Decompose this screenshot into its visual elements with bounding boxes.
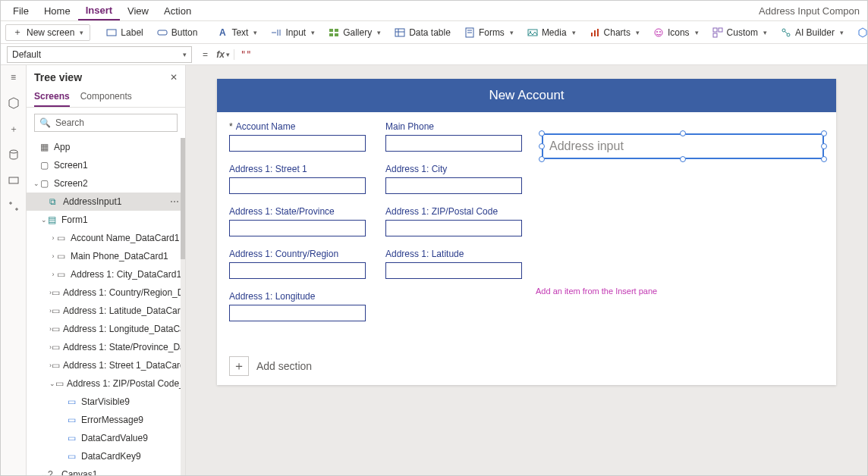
new-screen-button[interactable]: ＋ New screen ▾	[5, 24, 90, 41]
tree-label: AddressInput1	[63, 196, 121, 207]
expand-icon[interactable]: ›	[49, 234, 57, 242]
menu-view[interactable]: View	[120, 2, 156, 20]
field-label: Account Name	[236, 121, 296, 132]
media-button[interactable]: Media▾	[520, 24, 583, 41]
collapse-icon[interactable]: ⌄	[49, 380, 55, 387]
label-button[interactable]: Label	[99, 24, 149, 41]
svg-rect-22	[713, 33, 717, 37]
tree-label: Address 1: Longitude_DataCard1	[63, 324, 185, 334]
tree-node-datacardkey[interactable]: ▭DataCardKey9	[27, 447, 185, 465]
insert-pane-icon[interactable]: ＋	[6, 121, 21, 136]
address-input-component[interactable]: Address input	[542, 133, 824, 159]
icons-label: Icons	[668, 27, 690, 38]
tree-node-errormessage[interactable]: ▭ErrorMessage9	[27, 411, 185, 429]
resize-handle[interactable]	[539, 130, 545, 136]
resize-handle[interactable]	[821, 156, 827, 162]
resize-handle[interactable]	[680, 156, 686, 162]
button-button[interactable]: Button	[150, 24, 205, 41]
canvas[interactable]: New Account *Account Name Address 1: Str…	[217, 79, 836, 385]
hamburger-icon[interactable]: ≡	[6, 70, 21, 85]
gallery-button[interactable]: Gallery▾	[322, 24, 388, 41]
input-state[interactable]	[229, 220, 366, 236]
address-input-box[interactable]: Address input	[542, 133, 824, 159]
tree-node-card[interactable]: ⌄▭Address 1: ZIP/Postal Code_DataCard1	[27, 374, 185, 393]
tree-node-card[interactable]: ›▭Address 1: Longitude_DataCard1	[27, 320, 185, 338]
ai-label: AI Builder	[795, 27, 835, 38]
form-body: *Account Name Address 1: Street 1 Addres…	[217, 112, 836, 385]
tree-node-card[interactable]: ›▭Address 1: City_DataCard1	[27, 265, 185, 283]
icons-button[interactable]: Icons▾	[646, 24, 706, 41]
menu-insert[interactable]: Insert	[78, 2, 120, 20]
tree-node-starvisible[interactable]: ▭StarVisible9	[27, 393, 185, 411]
resize-handle[interactable]	[539, 156, 545, 162]
charts-label: Charts	[604, 27, 631, 38]
more-icon[interactable]: ⋯	[167, 196, 182, 207]
input-city[interactable]	[385, 177, 522, 194]
svg-rect-4	[329, 33, 333, 36]
input-latitude[interactable]	[385, 262, 522, 279]
field-label: Address 1: Latitude	[385, 249, 464, 259]
resize-handle[interactable]	[680, 130, 686, 136]
media-label: Media	[542, 27, 567, 38]
charts-button[interactable]: Charts▾	[583, 24, 646, 41]
input-accountname[interactable]	[229, 135, 366, 152]
tree-node-screen1[interactable]: ▢Screen1	[27, 156, 185, 174]
tree-node-form1[interactable]: ⌄▤Form1	[27, 211, 185, 229]
tree-label: Address 1: Street 1_DataCard1	[63, 360, 185, 371]
tree-node-card[interactable]: ›▭Address 1: Street 1_DataCard1	[27, 356, 185, 374]
tree-node-datacardvalue[interactable]: ▭DataCardValue9	[27, 429, 185, 447]
media-pane-icon[interactable]	[6, 173, 21, 188]
input-longitude[interactable]	[229, 305, 366, 321]
menu-home[interactable]: Home	[36, 2, 78, 20]
datatable-button[interactable]: Data table	[388, 24, 458, 41]
input-street[interactable]	[229, 177, 366, 194]
add-section[interactable]: ＋ Add section	[229, 356, 312, 376]
resize-handle[interactable]	[821, 143, 827, 149]
aibuilder-button[interactable]: AI Builder▾	[774, 24, 851, 41]
menu-file[interactable]: File	[5, 2, 36, 20]
tree-node-canvas[interactable]: ⌄?Canvas1	[27, 465, 185, 475]
tab-components[interactable]: Components	[80, 86, 132, 107]
tree-node-screen2[interactable]: ⌄▢Screen2	[27, 174, 185, 193]
app-title: Address Input Compon	[759, 5, 863, 17]
tree-node-card[interactable]: ›▭Address 1: State/Province_DataCard1	[27, 338, 185, 356]
tab-screens[interactable]: Screens	[34, 86, 70, 107]
tree-node-addressinput[interactable]: ⧉AddressInput1⋯	[27, 193, 185, 211]
forms-button[interactable]: Forms▾	[458, 24, 520, 41]
tree-node-card[interactable]: ›▭Address 1: Latitude_DataCard1	[27, 302, 185, 320]
canvas-area[interactable]: New Account *Account Name Address 1: Str…	[186, 65, 867, 475]
svg-line-25	[785, 31, 788, 34]
tools-icon[interactable]	[6, 199, 21, 214]
custom-button[interactable]: Custom▾	[706, 24, 774, 41]
mixedreality-button[interactable]: Mixed Reality▾	[851, 24, 868, 41]
input-button[interactable]: Input▾	[264, 24, 322, 41]
tree-node-card[interactable]: ›▭Account Name_DataCard1	[27, 229, 185, 247]
formula-input[interactable]: ""	[234, 49, 867, 60]
tree-node-app[interactable]: ▦App	[27, 138, 185, 156]
tree-label: Account Name_DataCard1	[71, 233, 179, 243]
close-icon[interactable]: ✕	[170, 72, 178, 83]
property-selector[interactable]: Default ▾	[7, 46, 192, 63]
input-zip[interactable]	[385, 220, 522, 236]
insert-hint[interactable]: Add an item from the Insert pane	[536, 287, 657, 296]
data-pane-icon[interactable]	[6, 147, 21, 162]
input-label: Input	[285, 27, 306, 38]
tree-label: Address 1: Latitude_DataCard1	[63, 305, 185, 316]
tree-view-icon[interactable]	[6, 96, 21, 111]
collapse-icon[interactable]: ⌄	[40, 216, 48, 224]
menu-action[interactable]: Action	[156, 2, 199, 20]
component-icon: ⧉	[49, 196, 60, 207]
input-country[interactable]	[229, 262, 366, 279]
input-mainphone[interactable]	[385, 135, 522, 152]
resize-handle[interactable]	[821, 130, 827, 136]
new-screen-label: New screen	[27, 27, 74, 38]
fx-button[interactable]: fx▾	[212, 49, 234, 60]
text-button[interactable]: AText▾	[210, 24, 264, 41]
add-section-label: Add section	[256, 360, 312, 372]
tree-scrollbar[interactable]	[181, 138, 185, 475]
tree-search[interactable]: 🔍 Search	[34, 114, 178, 132]
tree-node-card[interactable]: ›▭Address 1: Country/Region_DataCard1	[27, 283, 185, 302]
resize-handle[interactable]	[539, 143, 545, 149]
tree-node-card[interactable]: ›▭Main Phone_DataCard1	[27, 247, 185, 265]
collapse-icon[interactable]: ⌄	[33, 180, 40, 187]
